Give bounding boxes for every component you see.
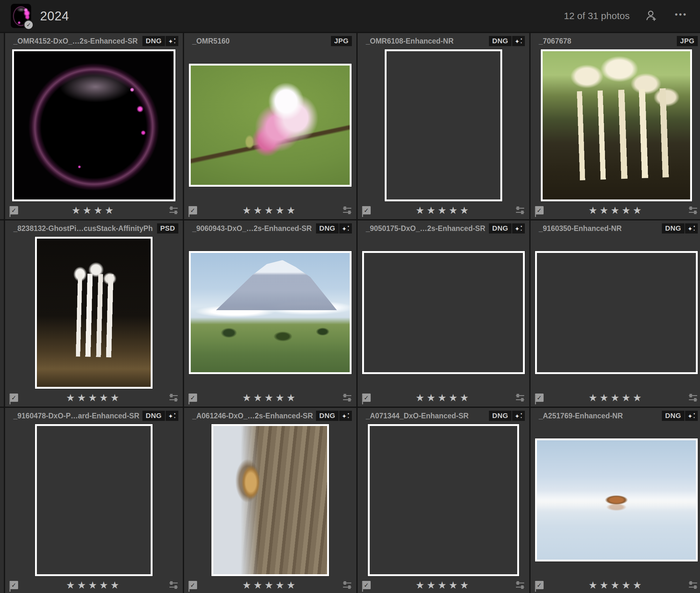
more-menu-button[interactable]: ••• (673, 10, 689, 22)
album-cover-thumbnail[interactable]: ✓ (11, 4, 31, 28)
star-rating[interactable]: ★★★★★ (543, 392, 689, 404)
photo-grid: _OMR4152-DxO_…2s-Enhanced-SR DNG ✦ ✓ ★★★… (0, 32, 700, 593)
file-format-badge: JPG (331, 36, 352, 46)
cropped-left-column (0, 221, 4, 406)
photo-filename: _9060943-DxO_…2s-Enhanced-SR (188, 224, 313, 233)
star-rating[interactable]: ★★★★★ (197, 579, 343, 591)
star-rating[interactable]: ★★★★★ (371, 579, 516, 591)
tile-footer: ✓ ★★★★★ (535, 576, 698, 593)
edited-adjustments-icon[interactable] (516, 581, 525, 589)
header-actions: 12 of 31 photos ••• (564, 10, 689, 22)
enhanced-sparkle-icon: ✦ (512, 36, 525, 46)
tile-footer: ✓ ★★★★★ (188, 201, 352, 219)
photo-thumbnail[interactable] (35, 424, 152, 576)
share-invite-button[interactable] (644, 10, 659, 22)
edited-adjustments-icon[interactable] (516, 206, 525, 214)
photo-thumbnail[interactable] (535, 438, 698, 561)
star-rating[interactable]: ★★★★★ (371, 392, 516, 404)
photo-thumbnail[interactable] (385, 49, 502, 201)
edited-adjustments-icon[interactable] (169, 206, 178, 214)
edited-adjustments-icon[interactable] (516, 394, 525, 402)
photo-filename: _9160350-Enhanced-NR (535, 224, 659, 233)
edited-adjustments-icon[interactable] (343, 394, 352, 402)
edited-adjustments-icon[interactable] (689, 581, 698, 589)
star-rating[interactable]: ★★★★★ (197, 205, 343, 216)
photo-tile[interactable]: _8238132-GhostPi…cusStack-AffinityPh PSD… (5, 221, 183, 406)
tile-footer: ✓ ★★★★★ (362, 389, 525, 406)
photo-thumbnail[interactable] (541, 49, 692, 201)
edited-adjustments-icon[interactable] (343, 581, 352, 589)
tile-header: _9160350-Enhanced-NR DNG ✦ (535, 221, 698, 236)
photo-thumbnail[interactable] (535, 251, 698, 374)
picked-flag-icon[interactable]: ✓ (188, 394, 197, 402)
star-rating[interactable]: ★★★★★ (18, 579, 169, 591)
photo-filename: _9160478-DxO-P…ard-Enhanced-SR (9, 412, 139, 420)
thumbnail-area (362, 424, 525, 576)
photo-tile[interactable]: _OMR6108-Enhanced-NR DNG ✦ ✓ ★★★★★ (358, 33, 529, 219)
photo-thumbnail[interactable] (35, 237, 152, 389)
edited-adjustments-icon[interactable] (169, 581, 178, 589)
picked-flag-icon[interactable]: ✓ (535, 206, 543, 214)
photo-tile[interactable]: _OMR4152-DxO_…2s-Enhanced-SR DNG ✦ ✓ ★★★… (5, 33, 183, 219)
star-rating[interactable]: ★★★★★ (543, 205, 689, 216)
photo-tile[interactable]: _9060943-DxO_…2s-Enhanced-SR DNG ✦ ✓ ★★★… (184, 221, 356, 406)
photo-image (191, 66, 350, 185)
tile-badges: DNG ✦ (316, 223, 352, 234)
enhanced-sparkle-icon: ✦ (339, 223, 352, 234)
edited-adjustments-icon[interactable] (169, 394, 178, 402)
star-rating[interactable]: ★★★★★ (543, 579, 689, 591)
photo-thumbnail[interactable] (368, 424, 519, 576)
tile-footer: ✓ ★★★★★ (535, 389, 698, 406)
picked-flag-icon[interactable]: ✓ (9, 581, 18, 589)
photo-filename: _8238132-GhostPi…cusStack-AffinityPh (9, 224, 154, 233)
thumbnail-area (188, 424, 352, 576)
photo-tile[interactable]: _9160350-Enhanced-NR DNG ✦ ✓ ★★★★★ (531, 221, 700, 406)
edited-adjustments-icon[interactable] (689, 206, 698, 214)
star-rating[interactable]: ★★★★★ (371, 205, 516, 216)
photo-tile[interactable]: _9160478-DxO-P…ard-Enhanced-SR DNG ✦ ✓ ★… (5, 408, 183, 593)
photo-thumbnail[interactable] (362, 251, 525, 374)
photo-thumbnail[interactable] (12, 49, 175, 201)
picked-flag-icon[interactable]: ✓ (9, 206, 18, 214)
picked-flag-icon[interactable]: ✓ (362, 206, 371, 214)
photo-thumbnail[interactable] (211, 424, 329, 576)
album-selected-check-icon: ✓ (24, 20, 34, 30)
photo-tile[interactable]: _A061246-DxO_…2s-Enhanced-SR DNG ✦ ✓ ★★★… (184, 408, 356, 593)
tile-footer: ✓ ★★★★★ (9, 389, 178, 406)
picked-flag-icon[interactable]: ✓ (362, 581, 371, 589)
picked-flag-icon[interactable]: ✓ (362, 394, 371, 402)
photo-tile[interactable]: _9050175-DxO_…2s-Enhanced-SR DNG ✦ ✓ ★★★… (358, 221, 529, 406)
edited-adjustments-icon[interactable] (343, 206, 352, 214)
star-rating[interactable]: ★★★★★ (18, 392, 169, 404)
photo-image (537, 253, 696, 372)
picked-flag-icon[interactable]: ✓ (535, 581, 543, 589)
picked-flag-icon[interactable]: ✓ (535, 394, 543, 402)
star-rating[interactable]: ★★★★★ (197, 392, 343, 404)
thumbnail-area (188, 49, 352, 201)
tile-footer: ✓ ★★★★★ (188, 389, 352, 406)
photo-thumbnail[interactable] (189, 64, 352, 187)
photo-tile[interactable]: _A251769-Enhanced-NR DNG ✦ ✓ ★★★★★ (531, 408, 700, 593)
edited-adjustments-icon[interactable] (689, 394, 698, 402)
picked-flag-icon[interactable]: ✓ (9, 394, 18, 402)
tile-header: _9050175-DxO_…2s-Enhanced-SR DNG ✦ (362, 221, 525, 236)
tile-badges: DNG ✦ (142, 36, 178, 46)
tile-header: _9160478-DxO-P…ard-Enhanced-SR DNG ✦ (9, 408, 178, 424)
tile-badges: JPG ✦ (331, 36, 352, 46)
enhanced-sparkle-icon: ✦ (685, 223, 698, 234)
photo-thumbnail[interactable] (189, 251, 352, 374)
picked-flag-icon[interactable]: ✓ (188, 206, 197, 214)
file-format-badge: DNG (316, 223, 338, 234)
thumbnail-area (535, 424, 698, 576)
photo-image (387, 51, 500, 199)
photo-image (543, 51, 690, 199)
photo-tile[interactable]: _A071344_DxO-Enhanced-SR DNG ✦ ✓ ★★★★★ (358, 408, 529, 593)
file-format-badge: DNG (142, 411, 165, 421)
photo-tile[interactable]: _OMR5160 JPG ✦ ✓ ★★★★★ (184, 33, 356, 219)
photo-filename: _A071344_DxO-Enhanced-SR (362, 412, 486, 420)
star-rating[interactable]: ★★★★ (18, 205, 169, 216)
tile-badges: DNG ✦ (662, 411, 697, 421)
tile-header: _8238132-GhostPi…cusStack-AffinityPh PSD… (9, 221, 178, 236)
photo-tile[interactable]: _7067678 JPG ✦ ✓ ★★★★★ (531, 33, 700, 219)
picked-flag-icon[interactable]: ✓ (188, 581, 197, 589)
